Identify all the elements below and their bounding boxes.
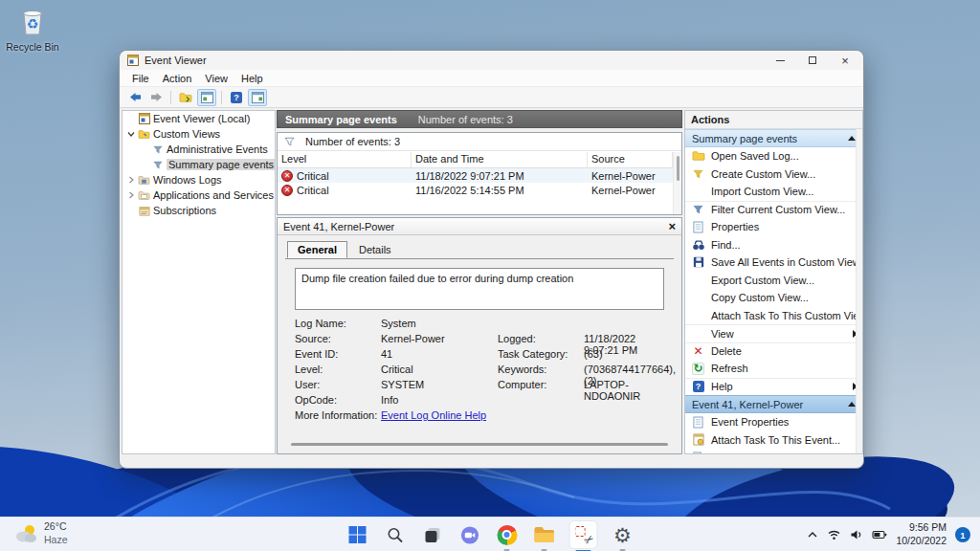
tab-details[interactable]: Details (349, 241, 401, 258)
actions-section-event-41[interactable]: Event 41, Kernel-Power (685, 395, 862, 413)
action-view-submenu[interactable]: View (685, 324, 862, 342)
field-label: Event ID: (295, 348, 338, 360)
windows-logo-icon (348, 525, 368, 544)
results-header: Summary page events Number of events: 3 (277, 110, 682, 128)
action-delete[interactable]: ✕ Delete (685, 342, 862, 361)
console-tree-toggle-button[interactable] (197, 89, 216, 106)
open-saved-log-button[interactable] (176, 89, 195, 106)
help-button[interactable]: ? (227, 89, 246, 106)
action-copy-custom-view[interactable]: Copy Custom View... (685, 289, 862, 307)
file-explorer-button[interactable] (532, 522, 557, 547)
scrollbar-thumb[interactable] (677, 156, 679, 181)
battery-icon[interactable] (872, 529, 887, 540)
action-open-saved-log[interactable]: Open Saved Log... (685, 147, 862, 165)
action-copy-submenu[interactable]: Copy (685, 449, 862, 454)
windows-logs-icon (137, 175, 151, 186)
action-filter-current-custom-view[interactable]: Filter Current Custom View... (685, 201, 862, 219)
column-header-source[interactable]: Source (588, 152, 673, 167)
menu-view[interactable]: View (198, 72, 234, 85)
tree-item-summary-page-events[interactable]: Summary page events (122, 157, 275, 172)
action-create-custom-view[interactable]: Create Custom View... (685, 165, 862, 184)
toolbar-separator (221, 91, 222, 104)
action-help-submenu[interactable]: ? Help (685, 378, 862, 396)
tab-general[interactable]: General (287, 241, 347, 258)
expander-collapsed-icon[interactable] (125, 191, 137, 199)
weather-icon (13, 523, 38, 544)
actions-panel: Actions Summary page events Open Saved L… (684, 110, 863, 454)
tray-chevron-up-icon[interactable] (807, 530, 818, 540)
column-header-date[interactable]: Date and Time (412, 152, 588, 167)
field-label: Log Name: (295, 318, 346, 329)
detail-close-icon[interactable]: × (668, 220, 676, 232)
events-filter-count: Number of events: 3 (305, 136, 400, 147)
back-button[interactable] (125, 89, 145, 106)
events-vertical-scrollbar[interactable] (673, 152, 681, 214)
events-filter-row[interactable]: Number of events: 3 (278, 133, 681, 151)
action-pane-window-icon (252, 92, 264, 103)
event-level: Critical (297, 185, 329, 196)
detail-horizontal-scrollbar[interactable] (291, 443, 668, 446)
events-table: Level Date and Time Source ✕ Critical 11… (278, 152, 673, 214)
weather-widget[interactable]: 26°C Haze (6, 517, 76, 551)
clock[interactable]: 9:56 PM 10/20/2022 (896, 521, 947, 547)
tree-item-subscriptions[interactable]: Subscriptions (122, 203, 275, 218)
forward-arrow-icon (150, 92, 163, 102)
field-label: Logged: (498, 333, 536, 344)
file-explorer-icon (534, 526, 555, 543)
menu-action[interactable]: Action (156, 72, 199, 85)
action-attach-task-custom-view[interactable]: Attach Task To This Custom Vie... (685, 307, 862, 325)
title-bar[interactable]: Event Viewer × (120, 51, 863, 70)
event-viewer-window: Event Viewer × File Action View Help (119, 50, 864, 469)
recycle-bin-shortcut[interactable]: ♻ Recycle Bin (6, 6, 59, 53)
action-properties[interactable]: Properties (685, 218, 862, 236)
filter-icon (150, 160, 165, 170)
menu-file[interactable]: File (125, 72, 156, 85)
start-button[interactable] (345, 522, 370, 547)
chrome-icon (497, 525, 517, 545)
tree-item-event-viewer-local[interactable]: Event Viewer (Local) (122, 111, 275, 126)
maximize-button[interactable] (796, 52, 829, 69)
task-view-button[interactable] (420, 522, 445, 547)
event-row[interactable]: ✕ Critical 11/16/2022 5:14:55 PM Kernel-… (278, 183, 673, 197)
actions-scrollbar[interactable] (856, 129, 862, 453)
event-datetime: 11/18/2022 9:07:21 PM (412, 170, 588, 182)
chat-button[interactable] (457, 522, 482, 547)
minimize-button[interactable] (764, 52, 796, 69)
tree-item-administrative-events[interactable]: Administrative Events (122, 142, 275, 157)
snipping-tool-button[interactable]: ✂ (569, 520, 598, 549)
tree-item-custom-views[interactable]: Custom Views (122, 126, 275, 142)
close-button[interactable]: × (829, 52, 861, 69)
settings-button[interactable]: ⚙ (611, 522, 635, 547)
wifi-icon[interactable] (827, 529, 841, 540)
volume-icon[interactable] (850, 529, 863, 540)
app-services-logs-icon (137, 190, 151, 201)
toolbar: ? (120, 87, 863, 108)
expander-collapsed-icon[interactable] (125, 176, 137, 184)
properties-icon (691, 220, 705, 233)
action-event-properties[interactable]: Event Properties (685, 413, 862, 431)
action-export-custom-view[interactable]: Export Custom View... (685, 272, 862, 290)
action-save-all-events[interactable]: Save All Events in Custom View ... (685, 253, 862, 272)
action-pane-toggle-button[interactable] (248, 89, 267, 106)
field-value-opcode: Info (381, 394, 398, 406)
chrome-button[interactable] (495, 522, 520, 547)
event-fields: Log Name: System Source: Kernel-Power Lo… (295, 318, 664, 425)
action-import-custom-view[interactable]: Import Custom View... (685, 183, 862, 201)
action-refresh[interactable]: ↻ Refresh (685, 360, 862, 378)
tree-item-windows-logs[interactable]: Windows Logs (122, 172, 275, 187)
search-button[interactable] (383, 522, 408, 547)
event-log-online-help-link[interactable]: Event Log Online Help (381, 409, 486, 421)
detail-title: Event 41, Kernel-Power (283, 221, 668, 232)
taskbar-center-icons: ✂ ⚙ (345, 518, 635, 551)
expander-expanded-icon[interactable] (125, 130, 137, 138)
taskbar: 26°C Haze (0, 517, 980, 551)
menu-help[interactable]: Help (234, 72, 270, 85)
column-header-level[interactable]: Level (278, 152, 412, 167)
tree-item-applications-services-logs[interactable]: Applications and Services Logs (122, 187, 275, 203)
actions-section-summary-page-events[interactable]: Summary page events (685, 129, 862, 147)
event-row[interactable]: ✕ Critical 11/18/2022 9:07:21 PM Kernel-… (278, 168, 673, 183)
forward-button[interactable] (146, 89, 166, 106)
notification-badge[interactable]: 1 (955, 527, 970, 542)
action-find[interactable]: Find... (685, 236, 862, 254)
action-attach-task-to-event[interactable]: Attach Task To This Event... (685, 431, 862, 450)
